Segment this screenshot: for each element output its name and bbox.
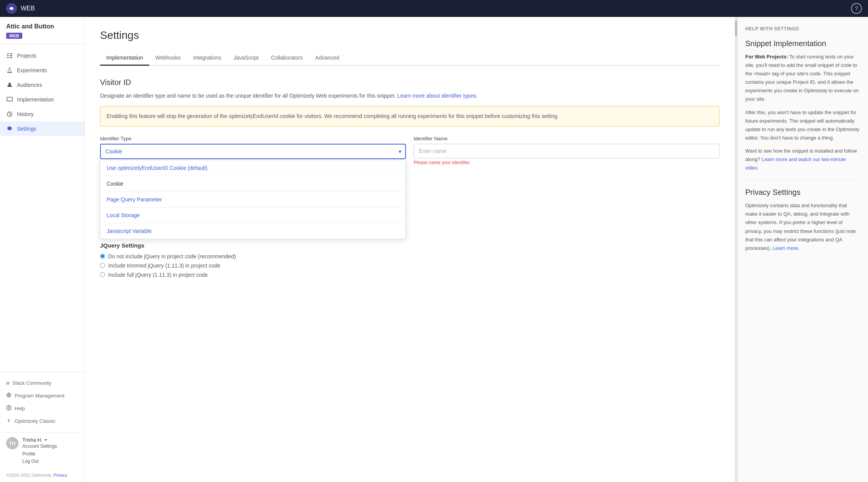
dropdown-option-jsvariable[interactable]: Javascript Variable — [100, 223, 406, 239]
monitor-icon — [6, 96, 13, 103]
identifier-type-select[interactable]: Cookie Page Query Parameter Local Storag… — [100, 144, 406, 159]
project-badge: WEB — [6, 33, 22, 39]
list-icon — [6, 52, 13, 59]
account-settings-link[interactable]: Account Settings — [22, 443, 57, 450]
identifier-name-input[interactable] — [414, 144, 719, 158]
sidebar-item-classic[interactable]: Optimizely Classic — [0, 415, 84, 427]
jquery-radio-trimmed[interactable] — [100, 263, 105, 268]
user-name[interactable]: Trisha H. — [22, 437, 57, 443]
sidebar-nav: Projects Experiments Audiences Implement… — [0, 44, 84, 372]
sidebar-item-slack[interactable]: # Slack Community — [0, 377, 84, 389]
identifier-dropdown: Use optimizelyEndUserID Cookie (default)… — [100, 160, 406, 239]
sidebar-item-settings[interactable]: Settings — [0, 121, 84, 136]
settings-tabs: Implementation Webhooks Integrations Jav… — [100, 51, 719, 66]
sidebar-item-history[interactable]: History — [0, 107, 84, 121]
svg-point-11 — [7, 393, 11, 397]
snippet-impl-para3: Want to see how the snippet is installed… — [745, 147, 860, 172]
learn-more-link[interactable]: Learn more about identifier types. — [397, 93, 478, 99]
snippet-impl-bold: For Web Projects: — [745, 54, 788, 60]
top-nav: WEB ? — [0, 0, 868, 17]
snippet-impl-para2: After this, you won't have to update the… — [745, 108, 860, 142]
logout-link[interactable]: Log Out — [22, 458, 57, 465]
jquery-radio-none[interactable] — [100, 254, 105, 259]
jquery-label-trimmed: Include trimmed jQuery (1.11.3) in proje… — [108, 263, 220, 269]
dropdown-option-default[interactable]: Use optimizelyEndUserID Cookie (default) — [100, 160, 406, 176]
hash-icon: # — [6, 380, 9, 386]
snippet-learn-more-link[interactable]: Learn more and watch our two-minute vide… — [745, 156, 846, 171]
sidebar-item-label: Settings — [17, 126, 37, 132]
main-content: Settings Implementation Webhooks Integra… — [85, 17, 735, 482]
dropdown-option-cookie[interactable]: Cookie — [100, 176, 406, 192]
help-panel: HELP WITH SETTINGS Snippet Implementatio… — [737, 17, 868, 482]
arrow-left-icon — [6, 418, 12, 424]
field-error: Please name your identifier. — [414, 160, 719, 165]
project-name: Attic and Button — [6, 23, 78, 30]
sidebar-bottom: # Slack Community Program Management Hel… — [0, 372, 84, 432]
snippet-impl-para1: For Web Projects: To start running tests… — [745, 53, 860, 104]
svg-rect-7 — [10, 57, 12, 58]
tab-webhooks[interactable]: Webhooks — [149, 51, 187, 66]
identifier-form-row: Identifier Type Cookie Page Query Parame… — [100, 136, 719, 165]
svg-rect-4 — [7, 55, 9, 56]
help-panel-title: HELP WITH SETTINGS — [745, 26, 860, 32]
help-divider — [745, 180, 860, 180]
app-logo — [6, 3, 17, 14]
svg-point-12 — [8, 394, 10, 396]
svg-point-1 — [10, 7, 13, 10]
identifier-type-wrapper: Cookie Page Query Parameter Local Storag… — [100, 144, 406, 159]
project-header: Attic and Button WEB — [0, 17, 84, 44]
identifier-type-group: Identifier Type Cookie Page Query Parame… — [100, 136, 406, 165]
identifier-type-label: Identifier Type — [100, 136, 406, 141]
jquery-radio-full[interactable] — [100, 272, 105, 277]
tab-javascript[interactable]: JavaScript — [227, 51, 265, 66]
svg-rect-5 — [10, 55, 12, 56]
chevron-down-icon — [44, 438, 48, 442]
warning-box: Enabling this feature will stop the gene… — [100, 106, 719, 126]
question-circle-icon — [6, 405, 12, 412]
jquery-option-none: Do not include jQuery in project code (r… — [100, 253, 719, 259]
sidebar-item-program[interactable]: Program Management — [0, 389, 84, 402]
gear-icon — [6, 125, 13, 132]
identifier-name-group: Identifier Name Please name your identif… — [414, 136, 719, 165]
target-icon — [6, 392, 12, 399]
page-title: Settings — [100, 29, 719, 42]
svg-rect-3 — [10, 53, 12, 54]
sidebar-item-help[interactable]: Help — [0, 402, 84, 415]
tab-advanced[interactable]: Advanced — [309, 51, 345, 66]
sidebar-item-projects[interactable]: Projects — [0, 48, 84, 63]
app-name: WEB — [21, 5, 35, 12]
sidebar-item-label: Audiences — [17, 82, 42, 88]
privacy-settings-text: Optimizely contains data and functionali… — [745, 201, 860, 253]
dropdown-option-pagequery[interactable]: Page Query Parameter — [100, 192, 406, 208]
copyright: ©2010–2021 Optimizely. Privacy — [0, 470, 84, 482]
user-section: TH Trisha H. Account Settings Profile Lo… — [0, 432, 84, 470]
sidebar-item-audiences[interactable]: Audiences — [0, 78, 84, 92]
flask-icon — [6, 67, 13, 74]
visitor-id-desc: Designate an identifier type and name to… — [100, 91, 719, 100]
clock-icon — [6, 111, 13, 118]
tab-collaborators[interactable]: Collaborators — [265, 51, 309, 66]
visitor-id-title: Visitor ID — [100, 78, 719, 87]
svg-rect-9 — [7, 97, 12, 101]
person-circle-icon — [6, 81, 13, 88]
tab-implementation[interactable]: Implementation — [100, 51, 149, 66]
privacy-learn-more-link[interactable]: Learn more. — [773, 245, 800, 251]
sidebar-item-experiments[interactable]: Experiments — [0, 63, 84, 78]
jquery-option-full: Include full jQuery (1.11.3) in project … — [100, 272, 719, 278]
sidebar: Attic and Button WEB Projects Experiment… — [0, 17, 85, 482]
identifier-name-label: Identifier Name — [414, 136, 719, 141]
sidebar-item-implementation[interactable]: Implementation — [0, 92, 84, 107]
jquery-label-full: Include full jQuery (1.11.3) in project … — [108, 272, 208, 278]
tab-integrations[interactable]: Integrations — [187, 51, 227, 66]
svg-point-15 — [9, 409, 9, 409]
privacy-settings-title: Privacy Settings — [745, 188, 860, 197]
privacy-link[interactable]: Privacy — [53, 473, 67, 477]
sidebar-item-label: Projects — [17, 53, 37, 59]
dropdown-option-localstorage[interactable]: Local Storage — [100, 208, 406, 223]
help-button[interactable]: ? — [851, 3, 862, 14]
jquery-title: JQuery Settings — [100, 242, 719, 249]
profile-link[interactable]: Profile — [22, 450, 57, 458]
sidebar-item-label: Experiments — [17, 67, 47, 73]
svg-rect-6 — [7, 57, 9, 58]
sidebar-item-label: History — [17, 111, 34, 117]
